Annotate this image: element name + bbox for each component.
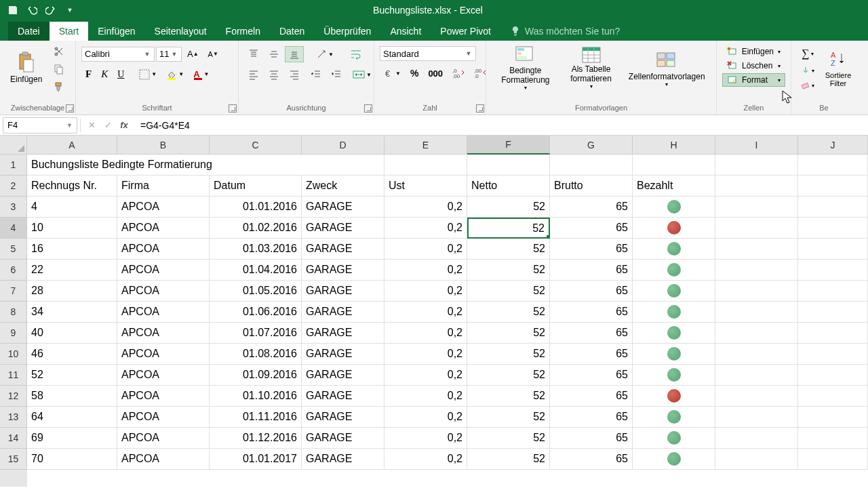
cell[interactable] bbox=[715, 155, 798, 176]
cell[interactable] bbox=[633, 260, 715, 281]
cell[interactable] bbox=[633, 407, 715, 428]
cell[interactable]: 52 bbox=[467, 302, 550, 323]
cell[interactable]: 01.06.2016 bbox=[210, 302, 302, 323]
column-header[interactable]: H bbox=[633, 136, 715, 155]
cell[interactable] bbox=[467, 155, 550, 176]
name-box[interactable]: F4▼ bbox=[3, 117, 77, 134]
cell[interactable] bbox=[798, 344, 868, 365]
row-header[interactable]: 9 bbox=[0, 323, 27, 344]
align-bottom-button[interactable] bbox=[285, 46, 304, 62]
cell[interactable]: 69 bbox=[27, 428, 117, 449]
cell[interactable] bbox=[798, 218, 868, 239]
cell[interactable] bbox=[715, 239, 798, 260]
row-header[interactable]: 5 bbox=[0, 239, 27, 260]
row-header[interactable]: 7 bbox=[0, 281, 27, 302]
cell[interactable]: Rechnugs Nr. bbox=[27, 176, 117, 197]
cell[interactable] bbox=[715, 302, 798, 323]
cell[interactable] bbox=[633, 155, 715, 176]
cell[interactable]: 52 bbox=[467, 218, 550, 239]
cell[interactable]: 0,2 bbox=[384, 281, 467, 302]
cell[interactable]: APCOA bbox=[117, 197, 210, 218]
cell[interactable] bbox=[798, 449, 868, 470]
cell[interactable]: 4 bbox=[27, 197, 117, 218]
cell[interactable]: 0,2 bbox=[384, 197, 467, 218]
cell[interactable]: Zweck bbox=[302, 176, 384, 197]
percent-format-button[interactable]: % bbox=[406, 65, 422, 81]
italic-button[interactable]: K bbox=[97, 66, 112, 83]
font-dialog-launcher[interactable] bbox=[229, 104, 237, 113]
cell[interactable]: 52 bbox=[467, 407, 550, 428]
cell[interactable]: 01.01.2017 bbox=[210, 449, 302, 470]
formula-input[interactable]: =G4-G4*E4 bbox=[135, 120, 868, 131]
cell[interactable]: 65 bbox=[550, 302, 633, 323]
cell[interactable]: 0,2 bbox=[384, 302, 467, 323]
cell[interactable]: 01.08.2016 bbox=[210, 344, 302, 365]
tab-page-layout[interactable]: Seitenlayout bbox=[145, 22, 216, 41]
cell[interactable]: 52 bbox=[467, 428, 550, 449]
accounting-format-button[interactable]: €▼ bbox=[380, 65, 405, 81]
column-header[interactable]: G bbox=[550, 136, 633, 155]
fill-button[interactable]: ▾ bbox=[797, 64, 818, 77]
tab-review[interactable]: Überprüfen bbox=[314, 22, 380, 41]
cell[interactable] bbox=[715, 197, 798, 218]
bold-button[interactable]: F bbox=[81, 66, 96, 83]
cell[interactable]: GARAGE bbox=[302, 407, 384, 428]
tab-home[interactable]: Start bbox=[50, 22, 89, 41]
sort-filter-button[interactable]: AZ Sortiere Filter bbox=[821, 43, 855, 92]
column-header[interactable]: E bbox=[384, 136, 467, 155]
cell[interactable]: 65 bbox=[550, 344, 633, 365]
cell[interactable] bbox=[715, 323, 798, 344]
cell[interactable]: GARAGE bbox=[302, 281, 384, 302]
cell[interactable] bbox=[798, 155, 868, 176]
orientation-button[interactable]: ▼ bbox=[312, 46, 338, 62]
cell[interactable]: 01.10.2016 bbox=[210, 386, 302, 407]
cell[interactable]: 01.01.2016 bbox=[210, 197, 302, 218]
tab-file[interactable]: Datei bbox=[8, 22, 50, 41]
cell[interactable]: GARAGE bbox=[302, 197, 384, 218]
cell[interactable]: Firma bbox=[117, 176, 210, 197]
cell[interactable]: 0,2 bbox=[384, 365, 467, 386]
cell[interactable]: 64 bbox=[27, 407, 117, 428]
align-top-button[interactable] bbox=[244, 46, 263, 62]
cell[interactable] bbox=[715, 407, 798, 428]
conditional-formatting-button[interactable]: Bedingte Formatierung ▾ bbox=[492, 43, 559, 92]
cell[interactable] bbox=[715, 428, 798, 449]
cell[interactable]: APCOA bbox=[117, 386, 210, 407]
cell[interactable] bbox=[798, 323, 868, 344]
cell[interactable]: 0,2 bbox=[384, 344, 467, 365]
align-left-button[interactable] bbox=[244, 66, 263, 83]
select-all-button[interactable] bbox=[0, 136, 27, 155]
cell[interactable]: GARAGE bbox=[302, 344, 384, 365]
cell[interactable]: APCOA bbox=[117, 323, 210, 344]
align-right-button[interactable] bbox=[285, 66, 304, 83]
cell[interactable]: 65 bbox=[550, 449, 633, 470]
cell[interactable]: 01.03.2016 bbox=[210, 239, 302, 260]
comma-format-button[interactable]: 000 bbox=[424, 66, 447, 81]
cell[interactable]: 0,2 bbox=[384, 239, 467, 260]
row-header[interactable]: 11 bbox=[0, 365, 27, 386]
cell[interactable]: 01.09.2016 bbox=[210, 365, 302, 386]
autosum-button[interactable]: ∑▾ bbox=[797, 45, 818, 62]
cell[interactable]: 52 bbox=[467, 260, 550, 281]
row-header[interactable]: 10 bbox=[0, 344, 27, 365]
align-center-button[interactable] bbox=[264, 66, 283, 83]
cell[interactable]: 52 bbox=[467, 197, 550, 218]
cell[interactable] bbox=[715, 260, 798, 281]
wrap-text-button[interactable] bbox=[346, 46, 366, 62]
cell[interactable]: 70 bbox=[27, 449, 117, 470]
cell[interactable]: 40 bbox=[27, 323, 117, 344]
cell[interactable] bbox=[384, 155, 467, 176]
cell[interactable]: GARAGE bbox=[302, 365, 384, 386]
cell[interactable] bbox=[633, 344, 715, 365]
cell[interactable]: 52 bbox=[467, 239, 550, 260]
cell[interactable]: 01.02.2016 bbox=[210, 218, 302, 239]
increase-font-button[interactable]: A▲ bbox=[183, 46, 203, 62]
cell[interactable]: 0,2 bbox=[384, 218, 467, 239]
cell[interactable]: 65 bbox=[550, 239, 633, 260]
cell[interactable]: 52 bbox=[467, 386, 550, 407]
cell[interactable]: 01.05.2016 bbox=[210, 281, 302, 302]
cell[interactable]: Datum bbox=[210, 176, 302, 197]
cell[interactable] bbox=[633, 365, 715, 386]
accept-formula-button[interactable]: ✓ bbox=[101, 119, 115, 132]
cell[interactable]: GARAGE bbox=[302, 260, 384, 281]
